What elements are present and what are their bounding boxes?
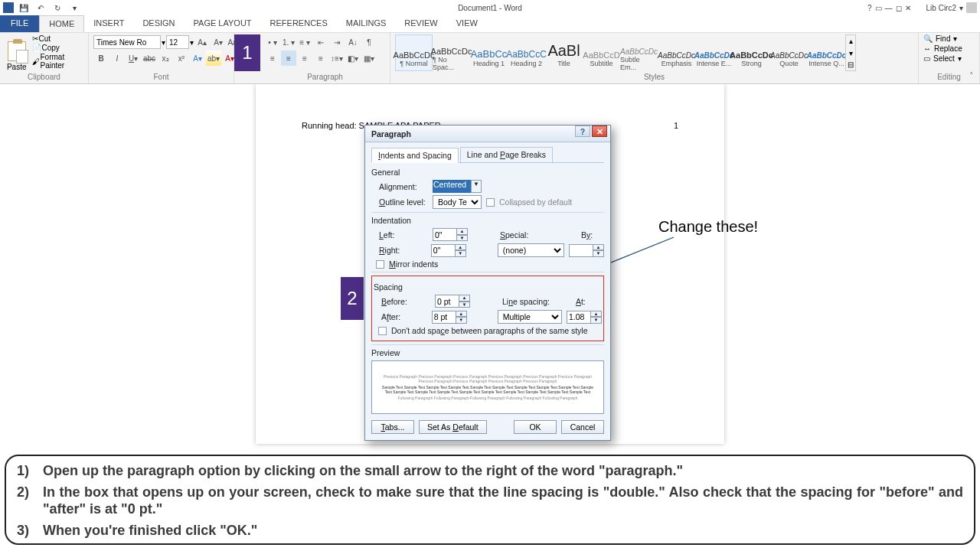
shading-icon[interactable]: ◧▾ [345,51,361,66]
close-icon[interactable]: ✕ [905,4,911,12]
indent-right-input[interactable] [431,244,456,257]
tab-review[interactable]: REVIEW [395,15,446,32]
dialog-close-icon[interactable]: ✕ [592,126,607,137]
before-input[interactable] [435,295,459,308]
alignment-select[interactable]: Centered [433,180,471,193]
maximize-icon[interactable]: ◻ [896,4,902,12]
outline-select[interactable]: Body Text [433,195,482,209]
spin-down-icon[interactable]: ▼ [457,235,468,242]
cancel-button[interactable]: Cancel [561,420,604,434]
font-family-dropdown-icon[interactable]: ▾ [162,38,165,47]
indent-right-label: Right: [379,246,426,255]
tab-references[interactable]: REFERENCES [261,15,337,32]
tab-view[interactable]: VIEW [447,15,487,32]
collapsed-checkbox[interactable] [486,198,495,207]
style-subtitle[interactable]: AaBbCcDSubtitle [583,34,620,71]
style-heading-1[interactable]: AaBbCcHeading 1 [470,34,508,71]
no-space-checkbox[interactable] [378,327,387,335]
bold-button[interactable]: B [93,51,109,66]
bullets-icon[interactable]: • ▾ [265,34,280,50]
account-name[interactable]: Lib Circ2 [926,4,956,12]
style-strong[interactable]: AaBbCcDcStrong [733,34,770,71]
at-label: At: [576,297,586,306]
underline-button[interactable]: U▾ [126,51,141,66]
find-button[interactable]: 🔍 Find ▾ [923,34,957,43]
ribbon-display-icon[interactable]: ▭ [875,4,882,12]
styles-scroll-down-icon[interactable]: ▾ [846,47,855,59]
alignment-dropdown-icon[interactable]: ▼ [471,180,482,193]
sort-icon[interactable]: A↓ [345,34,361,50]
mirror-checkbox[interactable] [376,260,384,269]
dialog-help-icon[interactable]: ? [575,126,590,137]
copy-button[interactable]: 📄 Copy [32,44,84,52]
set-default-button[interactable]: Set As Default [419,420,487,434]
paste-button[interactable]: Paste [5,34,29,71]
highlight-icon[interactable]: ab▾ [206,51,221,66]
justify-icon[interactable]: ≡ [313,51,328,66]
line-spacing-icon[interactable]: ↕≡▾ [329,51,345,66]
tabs-button[interactable]: Tabs... [371,420,414,434]
subscript-button[interactable]: x₂ [158,51,173,66]
tab-home[interactable]: HOME [39,15,84,32]
style--normal[interactable]: AaBbCcDc¶ Normal [395,34,433,71]
multilevel-icon[interactable]: ≡ ▾ [297,34,312,50]
styles-gallery[interactable]: AaBbCcDc¶ NormalAaBbCcDc¶ No Spac...AaBb… [395,34,845,71]
dialog-tab-breaks[interactable]: Line and Page Breaks [460,147,553,162]
superscript-button[interactable]: x² [174,51,189,66]
indent-left-input[interactable] [433,228,457,241]
font-family-select[interactable] [93,35,161,49]
show-marks-icon[interactable]: ¶ [361,34,377,50]
style-emphasis[interactable]: AaBbCcDcEmphasis [658,34,695,71]
font-size-dropdown-icon[interactable]: ▾ [190,38,194,47]
tab-design[interactable]: DESIGN [133,15,184,32]
by-input[interactable] [569,244,593,257]
styles-scroll-up-icon[interactable]: ▴ [846,35,855,47]
style-heading-2[interactable]: AaBbCcCHeading 2 [508,34,545,71]
at-input[interactable] [567,311,591,324]
select-button[interactable]: ▭ Select ▾ [923,54,962,63]
account-dropdown-icon[interactable]: ▾ [959,4,963,12]
borders-icon[interactable]: ▦▾ [361,51,377,66]
avatar-icon[interactable] [966,2,977,13]
tab-mailings[interactable]: MAILINGS [337,15,396,32]
dialog-tab-indents[interactable]: IIndents and Spacingndents and Spacing [371,148,459,163]
decrease-indent-icon[interactable]: ⇤ [313,34,328,50]
dialog-title-bar[interactable]: Paragraph ? ✕ [365,126,610,142]
save-icon[interactable]: 💾 [17,1,31,15]
grow-font-icon[interactable]: A▴ [194,34,210,50]
styles-more-icon[interactable]: ⊟ [846,59,855,70]
collapse-ribbon-icon[interactable]: ˄ [969,71,974,80]
line-spacing-select[interactable]: Multiple [498,310,562,324]
help-icon[interactable]: ? [867,4,872,12]
style-title[interactable]: AaBlTitle [545,34,583,71]
style-quote[interactable]: AaBbCcDcQuote [770,34,808,71]
qat-dropdown-icon[interactable]: ▾ [67,1,81,15]
align-center-icon[interactable]: ≡ [281,51,296,66]
align-right-icon[interactable]: ≡ [297,51,312,66]
strike-button[interactable]: abc [142,51,157,66]
align-left-icon[interactable]: ≡ [265,51,280,66]
redo-icon[interactable]: ↻ [51,1,64,15]
tab-file[interactable]: FILE [0,15,39,32]
font-size-select[interactable] [166,35,189,49]
style-intense-q-[interactable]: AaBbCcDcIntense Q... [808,34,845,71]
undo-icon[interactable]: ↶ [34,1,47,15]
tab-insert[interactable]: INSERT [84,15,133,32]
cut-button[interactable]: ✂ Cut [32,34,84,43]
style-subtle-em-[interactable]: AaBbCcDcSubtle Em... [620,34,658,71]
special-select[interactable]: (none) [498,243,564,257]
format-painter-button[interactable]: 🖌 Format Painter [32,53,84,70]
after-input[interactable] [432,311,456,324]
italic-button[interactable]: I [109,51,125,66]
tab-page-layout[interactable]: PAGE LAYOUT [185,15,261,32]
style-intense-e-[interactable]: AaBbCcDcIntense E... [695,34,733,71]
style--no-spac-[interactable]: AaBbCcDc¶ No Spac... [433,34,470,71]
increase-indent-icon[interactable]: ⇥ [329,34,345,50]
ok-button[interactable]: OK [514,420,557,434]
spin-up-icon[interactable]: ▲ [457,228,468,235]
text-effects-icon[interactable]: A▾ [190,51,205,66]
numbering-icon[interactable]: 1. ▾ [281,34,296,50]
shrink-font-icon[interactable]: A▾ [211,34,226,50]
minimize-icon[interactable]: — [885,4,893,12]
replace-button[interactable]: ↔ Replace [923,44,962,53]
